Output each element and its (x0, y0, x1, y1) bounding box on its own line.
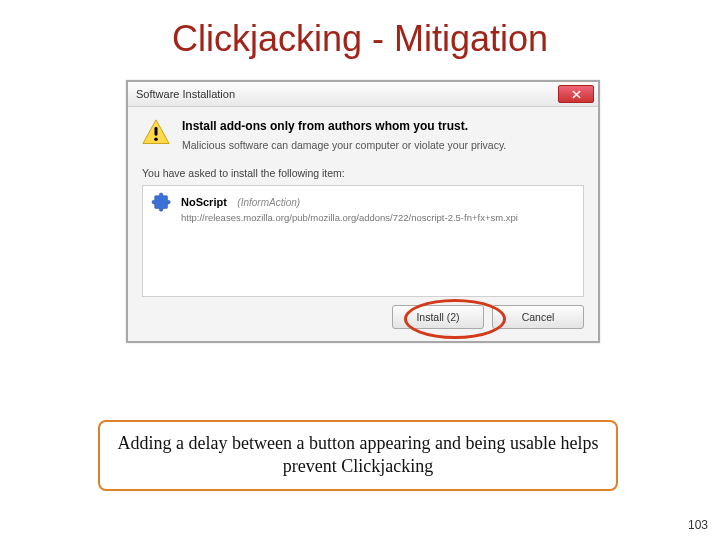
addon-list: NoScript (InformAction) http://releases.… (142, 185, 584, 297)
caption-box: Adding a delay between a button appearin… (98, 420, 618, 491)
svg-point-2 (154, 137, 158, 141)
warning-title: Install add-ons only from authors whom y… (182, 119, 584, 133)
svg-rect-1 (155, 127, 158, 136)
close-button[interactable] (558, 85, 594, 103)
warning-row: Install add-ons only from authors whom y… (128, 107, 598, 155)
button-row: Install (2) Cancel (128, 297, 598, 341)
addon-row: NoScript (InformAction) http://releases.… (143, 186, 583, 229)
page-number: 103 (688, 518, 708, 532)
caption-text: Adding a delay between a button appearin… (114, 432, 602, 479)
addon-icon (151, 192, 173, 214)
titlebar: Software Installation (128, 82, 598, 107)
slide-title: Clickjacking - Mitigation (0, 18, 720, 60)
install-dialog: Software Installation Install add-ons on… (126, 80, 600, 343)
close-icon (572, 85, 581, 103)
asked-text: You have asked to install the following … (128, 155, 598, 185)
cancel-button[interactable]: Cancel (492, 305, 584, 329)
addon-name: NoScript (181, 196, 227, 208)
warning-icon (142, 119, 170, 145)
window-title: Software Installation (136, 88, 235, 100)
addon-author: (InformAction) (237, 197, 300, 208)
addon-url: http://releases.mozilla.org/pub/mozilla.… (181, 212, 575, 223)
warning-subtitle: Malicious software can damage your compu… (182, 139, 584, 151)
install-button[interactable]: Install (2) (392, 305, 484, 329)
